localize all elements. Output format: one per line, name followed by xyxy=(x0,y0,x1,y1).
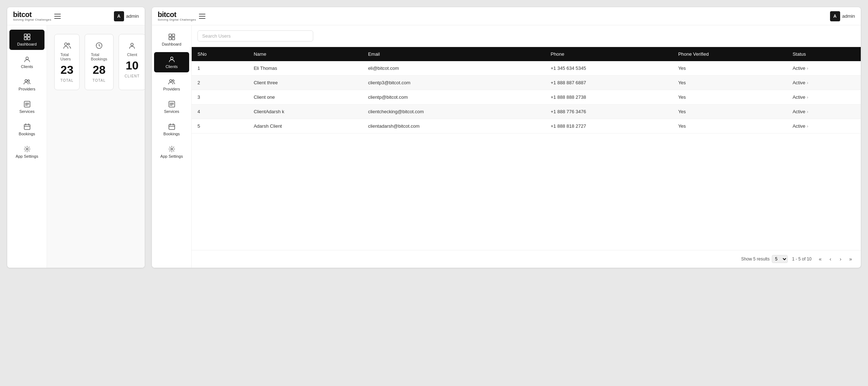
right-providers-icon xyxy=(168,78,175,85)
left-avatar-area: A admin xyxy=(114,11,139,21)
sidebar-label-services: Services xyxy=(19,109,34,114)
total-bookings-icon xyxy=(95,42,103,50)
cell-phone: +1 888 818 2727 xyxy=(545,119,673,133)
cell-phone: +1 888 776 3476 xyxy=(545,105,673,119)
services-icon xyxy=(24,101,31,108)
right-sidebar-item-dashboard[interactable]: Dashboard xyxy=(154,30,189,50)
right-avatar: A xyxy=(830,11,840,21)
cell-status[interactable]: Active › xyxy=(787,61,861,76)
cell-name: Client one xyxy=(248,90,362,105)
sidebar-item-providers[interactable]: Providers xyxy=(9,75,44,95)
svg-rect-18 xyxy=(172,37,175,40)
sidebar-item-clients[interactable]: Clients xyxy=(9,52,44,72)
stat-card-client: Client 10 CLIENT xyxy=(119,34,145,90)
table-header: SNo Name Email Phone Phone Verified Stat… xyxy=(192,47,861,61)
col-phone: Phone xyxy=(545,47,673,61)
table-row[interactable]: 5 Adarsh Client clientadarsh@bitcot.com … xyxy=(192,119,861,133)
left-admin-label: admin xyxy=(126,13,139,19)
sidebar-label-clients: Clients xyxy=(21,64,33,69)
sidebar-item-dashboard[interactable]: Dashboard xyxy=(9,30,44,50)
table-row[interactable]: 1 Eli Thomas eli@bitcot.com +1 345 634 5… xyxy=(192,61,861,76)
svg-point-12 xyxy=(131,43,133,46)
left-body: Dashboard Clients xyxy=(7,25,145,268)
left-panel: bitcot Solving Digital Challenges A admi… xyxy=(7,7,145,268)
show-results-label: Show 5 results xyxy=(741,256,770,262)
first-page-button[interactable]: « xyxy=(816,255,825,263)
clients-content-area: SNo Name Email Phone Phone Verified Stat… xyxy=(192,25,861,268)
right-sidebar-item-clients[interactable]: Clients xyxy=(154,52,189,72)
cell-sno: 1 xyxy=(192,61,248,76)
sidebar-item-services[interactable]: Services xyxy=(9,97,44,117)
pagination-buttons: « ‹ › » xyxy=(816,255,855,263)
cell-phone: +1 888 887 6887 xyxy=(545,76,673,90)
left-sidebar: Dashboard Clients xyxy=(7,25,47,268)
search-input[interactable] xyxy=(197,30,313,42)
svg-point-21 xyxy=(172,80,174,82)
right-dashboard-icon xyxy=(168,33,175,41)
stats-grid: Total Users 23 TOTAL Total Bookings 28 T… xyxy=(54,34,137,90)
cell-phone-verified: Yes xyxy=(672,90,787,105)
right-sidebar: Dashboard Clients xyxy=(152,25,192,268)
svg-point-19 xyxy=(170,57,173,60)
cell-phone-verified: Yes xyxy=(672,119,787,133)
col-phone-verified: Phone Verified xyxy=(672,47,787,61)
right-brand-name: bitcot xyxy=(158,11,196,18)
right-sidebar-item-providers[interactable]: Providers xyxy=(154,75,189,95)
svg-rect-23 xyxy=(169,124,175,130)
right-sidebar-item-app-settings[interactable]: App Settings xyxy=(154,142,189,162)
table-footer: Show 5 results 5 10 25 1 - 5 of 10 « ‹ ›… xyxy=(192,250,861,268)
client-title: Client xyxy=(127,52,137,57)
sidebar-label-providers: Providers xyxy=(18,87,35,91)
cell-name: ClientAdarsh k xyxy=(248,105,362,119)
svg-rect-1 xyxy=(27,34,30,37)
cell-status[interactable]: Active › xyxy=(787,105,861,119)
cell-status[interactable]: Active › xyxy=(787,76,861,90)
right-sidebar-item-services[interactable]: Services xyxy=(154,97,189,117)
sidebar-item-app-settings[interactable]: App Settings xyxy=(9,142,44,162)
sidebar-label-dashboard: Dashboard xyxy=(17,42,37,46)
right-sidebar-label-app-settings: App Settings xyxy=(160,154,183,158)
total-users-icon xyxy=(63,42,71,50)
left-header: bitcot Solving Digital Challenges A admi… xyxy=(7,7,145,25)
right-header: bitcot Solving Digital Challenges A admi… xyxy=(152,7,861,25)
cell-sno: 5 xyxy=(192,119,248,133)
right-brand-tagline: Solving Digital Challenges xyxy=(158,18,196,21)
status-badge: Active › xyxy=(792,94,855,100)
status-badge: Active › xyxy=(792,123,855,129)
left-logo-area: bitcot Solving Digital Challenges xyxy=(13,11,61,21)
right-bookings-icon xyxy=(168,123,175,130)
cell-email: clientp3@bitcot.com xyxy=(362,76,545,90)
svg-rect-15 xyxy=(169,34,171,37)
svg-point-10 xyxy=(65,43,67,46)
sidebar-label-app-settings: App Settings xyxy=(16,154,38,158)
table-row[interactable]: 3 Client one clientp@bitcot.com +1 888 8… xyxy=(192,90,861,105)
right-app-settings-icon xyxy=(168,145,175,153)
svg-rect-3 xyxy=(27,37,30,40)
cell-sno: 4 xyxy=(192,105,248,119)
search-bar xyxy=(192,25,861,47)
cell-phone-verified: Yes xyxy=(672,76,787,90)
left-brand-tagline: Solving Digital Challenges xyxy=(13,18,51,21)
prev-page-button[interactable]: ‹ xyxy=(826,255,835,263)
cell-phone: +1 345 634 5345 xyxy=(545,61,673,76)
cell-status[interactable]: Active › xyxy=(787,90,861,105)
show-results-select[interactable]: 5 10 25 xyxy=(772,255,788,263)
total-bookings-value: 28 xyxy=(93,64,106,76)
chevron-right-icon: › xyxy=(807,80,808,85)
right-logo-text: bitcot Solving Digital Challenges xyxy=(158,11,196,21)
last-page-button[interactable]: » xyxy=(846,255,855,263)
sidebar-item-bookings[interactable]: Bookings xyxy=(9,119,44,140)
clients-icon xyxy=(24,56,31,63)
right-sidebar-item-bookings[interactable]: Bookings xyxy=(154,119,189,140)
left-avatar: A xyxy=(114,11,124,21)
left-menu-icon[interactable] xyxy=(54,14,61,19)
right-menu-icon[interactable] xyxy=(199,14,205,19)
table-row[interactable]: 4 ClientAdarsh k clientchecking@bitcot.c… xyxy=(192,105,861,119)
cell-email: eli@bitcot.com xyxy=(362,61,545,76)
right-body: Dashboard Clients xyxy=(152,25,861,268)
table-row[interactable]: 2 Client three clientp3@bitcot.com +1 88… xyxy=(192,76,861,90)
cell-phone-verified: Yes xyxy=(672,105,787,119)
next-page-button[interactable]: › xyxy=(836,255,845,263)
svg-rect-8 xyxy=(24,124,30,130)
cell-status[interactable]: Active › xyxy=(787,119,861,133)
